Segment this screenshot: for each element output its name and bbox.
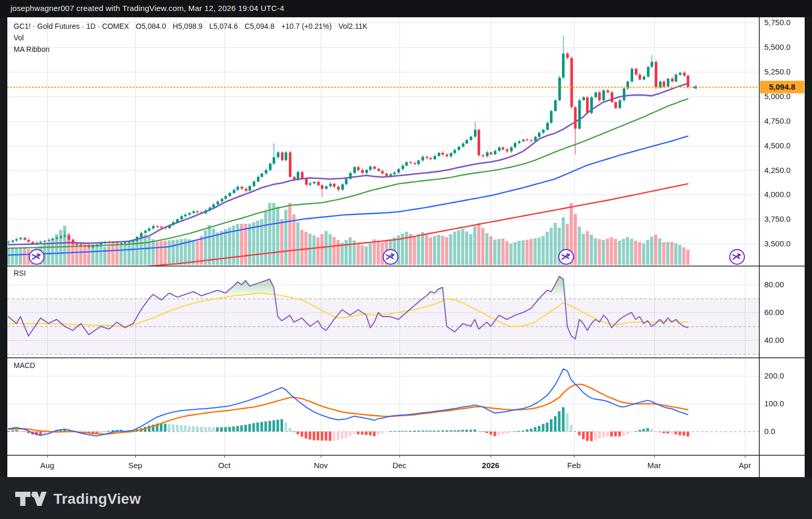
- chart-container[interactable]: GC1! · Gold Futures · 1D · COMEX O5,084.…: [7, 17, 805, 477]
- symbol-title[interactable]: GC1! · Gold Futures · 1D · COMEX: [14, 22, 129, 30]
- ohlc-low: L5,074.6: [209, 22, 238, 30]
- macd-pane-label[interactable]: MACD: [14, 361, 35, 370]
- footer-bar: TradingView: [0, 477, 812, 519]
- ohlc-open: O5,084.0: [136, 22, 166, 30]
- rsi-axis-label: 80.00: [764, 280, 784, 289]
- session-break-icon[interactable]: [558, 249, 574, 265]
- rsi-axis-label: 40.00: [764, 336, 784, 344]
- attribution-bar: josephwagner007 created with TradingView…: [0, 0, 812, 17]
- last-price-badge: 5,094.8: [760, 81, 804, 93]
- time-axis-label: Apr: [739, 461, 751, 470]
- time-axis-label: Sep: [128, 461, 143, 470]
- price-axis-label: 5,250.0: [764, 67, 791, 76]
- price-axis-label: 4,000.0: [764, 190, 791, 199]
- symbol-legend: GC1! · Gold Futures · 1D · COMEX O5,084.…: [14, 20, 372, 55]
- time-axis-label: Aug: [40, 461, 55, 470]
- vol-indicator-label[interactable]: Vol: [14, 32, 372, 44]
- price-change: +10.7 (+0.21%): [281, 22, 332, 30]
- tradingview-logo-text: TradingView: [53, 491, 141, 507]
- time-axis-label: Nov: [314, 461, 328, 470]
- tradingview-logo[interactable]: TradingView: [15, 489, 141, 509]
- volume-value: Vol2.11K: [339, 22, 367, 30]
- time-axis-label: Oct: [218, 461, 230, 470]
- price-axis-label: 3,500.0: [764, 239, 791, 248]
- session-break-icon[interactable]: [29, 249, 45, 265]
- session-break-icon[interactable]: [383, 249, 398, 265]
- ma-ribbon-indicator-label[interactable]: MA Ribbon: [14, 44, 372, 55]
- tradingview-logo-icon: [15, 489, 47, 509]
- price-axis-label: 3,750.0: [764, 214, 791, 223]
- price-axis-label: 4,250.0: [764, 166, 791, 175]
- ohlc-close: C5,094.8: [245, 22, 275, 30]
- chart-canvas[interactable]: [7, 17, 805, 477]
- price-axis-label: 5,750.0: [764, 18, 791, 27]
- session-break-icon[interactable]: [729, 249, 745, 265]
- time-axis-label: Feb: [567, 461, 581, 470]
- price-axis-label: 5,500.0: [764, 42, 791, 51]
- time-axis-label: Dec: [393, 461, 407, 470]
- rsi-pane-label[interactable]: RSI: [14, 269, 26, 277]
- macd-axis-label: 200.0: [764, 371, 784, 380]
- time-axis-label: Mar: [647, 461, 661, 470]
- price-axis-label: 4,750.0: [764, 116, 791, 125]
- time-axis-label: 2026: [482, 461, 499, 470]
- symbol-info-row[interactable]: GC1! · Gold Futures · 1D · COMEX O5,084.…: [14, 20, 372, 32]
- price-axis-label: 4,500.0: [764, 141, 791, 150]
- ohlc-high: H5,098.9: [173, 22, 203, 30]
- macd-axis-label: 0.0: [764, 427, 775, 436]
- rsi-axis-label: 60.00: [764, 308, 784, 317]
- attribution-text: josephwagner007 created with TradingView…: [10, 4, 284, 13]
- macd-axis-label: 100.0: [764, 399, 784, 408]
